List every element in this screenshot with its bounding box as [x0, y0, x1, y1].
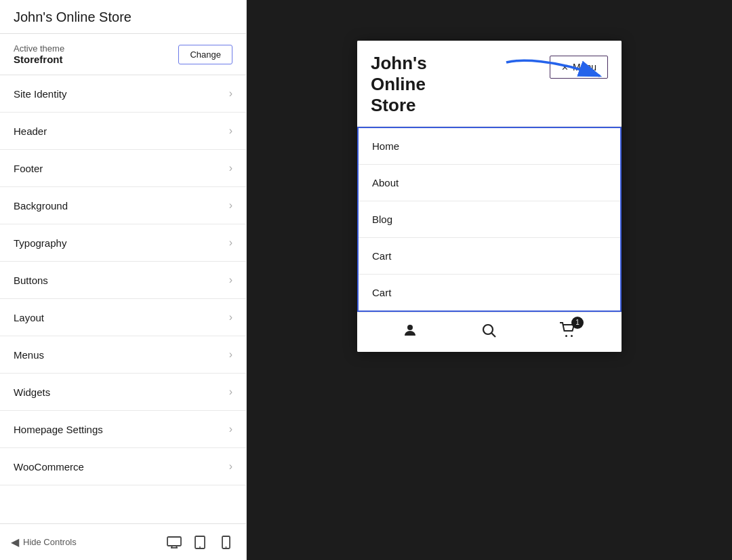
hide-controls-button[interactable]: ◀ Hide Controls [11, 536, 77, 548]
change-theme-button[interactable]: Change [178, 45, 232, 64]
chevron-right-icon: › [229, 199, 232, 212]
chevron-right-icon: › [229, 311, 232, 323]
svg-line-11 [492, 333, 496, 337]
site-title: John's Online Store [14, 9, 131, 24]
svg-point-13 [571, 335, 573, 337]
nav-item[interactable]: About [359, 165, 620, 201]
mobile-preview: John'sOnlineStore ✕ Menu HomeAboutBlogCa… [357, 41, 622, 352]
menu-items-list: Site Identity › Header › Footer › Backgr… [0, 75, 246, 523]
active-theme-name: Storefront [14, 54, 64, 65]
sidebar-item-header[interactable]: Header › [0, 113, 246, 150]
chevron-right-icon: › [229, 386, 232, 398]
store-name: John'sOnlineStore [371, 53, 427, 117]
nav-item[interactable]: Cart [359, 275, 620, 311]
cart-badge: 1 [571, 317, 584, 329]
hide-controls-label: Hide Controls [23, 537, 77, 547]
sidebar-item-label: Site Identity [14, 88, 66, 100]
active-theme-text: Active theme Storefront [14, 43, 64, 65]
sidebar-item-layout[interactable]: Layout › [0, 299, 246, 336]
svg-rect-0 [167, 537, 181, 546]
sidebar-item-label: Footer [14, 163, 43, 174]
search-icon[interactable] [481, 322, 497, 342]
bottom-bar: ◀ Hide Controls [0, 523, 246, 560]
svg-point-7 [225, 546, 226, 548]
sidebar-item-footer[interactable]: Footer › [0, 150, 246, 187]
sidebar-item-label: Buttons [14, 275, 48, 286]
sidebar-item-label: Background [14, 200, 68, 212]
sidebar-item-label: WooCommerce [14, 461, 84, 473]
svg-point-5 [199, 546, 201, 548]
chevron-right-icon: › [229, 162, 232, 174]
sidebar-item-label: Typography [14, 237, 66, 249]
sidebar: John's Online Store Active theme Storefr… [0, 0, 247, 560]
sidebar-item-label: Homepage Settings [14, 424, 103, 435]
menu-button-label: Menu [573, 62, 596, 73]
mobile-view-icon[interactable] [216, 533, 235, 552]
desktop-view-icon[interactable] [165, 533, 184, 552]
chevron-right-icon: › [229, 237, 232, 249]
left-arrow-icon: ◀ [11, 536, 19, 548]
sidebar-item-label: Menus [14, 349, 44, 361]
active-theme-label: Active theme [14, 43, 64, 54]
chevron-right-icon: › [229, 274, 232, 286]
preview-header: John'sOnlineStore ✕ Menu [357, 41, 622, 127]
menu-button[interactable]: ✕ Menu [550, 56, 608, 79]
svg-point-12 [565, 335, 567, 337]
sidebar-item-background[interactable]: Background › [0, 187, 246, 224]
svg-point-10 [483, 325, 493, 334]
close-icon: ✕ [561, 62, 569, 73]
cart-icon[interactable]: 1 [559, 322, 577, 342]
nav-item[interactable]: Blog [359, 201, 620, 238]
svg-point-9 [407, 325, 413, 330]
account-icon[interactable] [402, 322, 418, 342]
chevron-right-icon: › [229, 125, 232, 137]
sidebar-item-label: Header [14, 125, 47, 137]
chevron-right-icon: › [229, 348, 232, 361]
main-preview-area: John'sOnlineStore ✕ Menu HomeAboutBlogCa… [247, 0, 732, 560]
sidebar-item-label: Layout [14, 312, 44, 323]
sidebar-item-typography[interactable]: Typography › [0, 224, 246, 262]
nav-item[interactable]: Cart [359, 238, 620, 275]
chevron-right-icon: › [229, 460, 232, 473]
chevron-right-icon: › [229, 87, 232, 100]
sidebar-item-menus[interactable]: Menus › [0, 336, 246, 374]
sidebar-item-site-identity[interactable]: Site Identity › [0, 75, 246, 113]
sidebar-item-woocommerce[interactable]: WooCommerce › [0, 448, 246, 485]
chevron-right-icon: › [229, 423, 232, 435]
active-theme-section: Active theme Storefront Change [0, 34, 246, 75]
preview-footer: 1 [357, 312, 622, 352]
site-title-bar: John's Online Store [0, 0, 246, 34]
nav-item[interactable]: Home [359, 128, 620, 165]
navigation-list: HomeAboutBlogCartCart [357, 127, 622, 312]
view-mode-icons [165, 533, 235, 552]
sidebar-item-buttons[interactable]: Buttons › [0, 262, 246, 299]
sidebar-item-widgets[interactable]: Widgets › [0, 374, 246, 411]
tablet-view-icon[interactable] [190, 533, 209, 552]
sidebar-item-homepage-settings[interactable]: Homepage Settings › [0, 411, 246, 448]
sidebar-item-label: Widgets [14, 386, 50, 398]
